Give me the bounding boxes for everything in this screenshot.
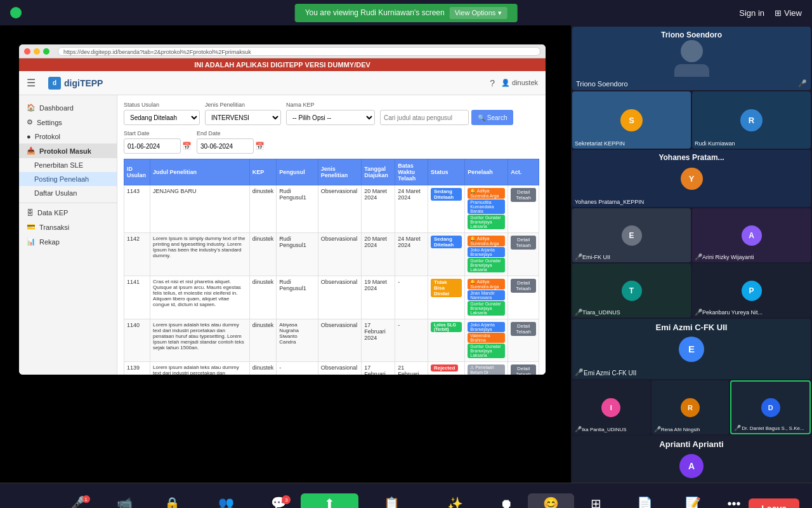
- rekap-icon: 📊: [27, 237, 36, 246]
- sidebar-item-penerbitan[interactable]: Penerbitan SLE: [19, 158, 117, 172]
- window-titlebar: https://dev.digitepp.id/beranda?tab=2&pr…: [19, 44, 546, 58]
- emi-azmi-name-top: Emi Azmi C-FK UII: [572, 323, 811, 332]
- table-row: 1141 Cras et nisi et nisl pharetra aliqu…: [124, 276, 539, 319]
- more-button[interactable]: ••• More: [715, 493, 753, 509]
- dev-banner: INI ADALAH APLIKASI DIGITEPP VERSI DUMMY…: [19, 58, 546, 71]
- viewing-text: You are viewing Rudi Kurniawan's screen: [305, 8, 445, 17]
- jenis-select[interactable]: INTERVENSI: [205, 110, 281, 125]
- triono-mic-icon: 🎤: [798, 79, 807, 88]
- dashboard-icon: 🏠: [27, 104, 36, 112]
- end-date-input[interactable]: [197, 138, 254, 154]
- detail-btn-1143[interactable]: Detail Telaah: [511, 188, 536, 202]
- arini-name: Arini Rizky Wijayanti: [702, 254, 754, 260]
- app-navbar: ☰ d digiTEPP ? 👤 dinustek: [19, 71, 546, 95]
- sidebar-item-posting[interactable]: Posting Penelaah: [19, 172, 117, 186]
- top-bar: You are viewing Rudi Kurniawan's screen …: [0, 0, 812, 25]
- user-menu[interactable]: 👤 dinustek: [501, 79, 538, 87]
- view-options-button[interactable]: View Options ▾: [450, 7, 508, 19]
- triono-name-top: Triono Soendoro: [572, 30, 811, 39]
- reactions-button[interactable]: 😊 Reactions: [528, 493, 574, 509]
- summary-icon: 📋: [384, 497, 400, 509]
- help-icon[interactable]: ?: [490, 78, 495, 88]
- video-card-rudi: R Rudi Kurniawan: [692, 91, 811, 149]
- rena-name: Rena Afri Ningsih: [661, 427, 700, 432]
- apps-button[interactable]: ⊞ Apps: [577, 493, 615, 509]
- zoom-logo: [10, 7, 22, 18]
- chat-button[interactable]: 💬 3 Chat: [260, 493, 298, 508]
- notes-button[interactable]: 📝 Notes: [674, 493, 712, 509]
- leave-button[interactable]: Leave: [749, 498, 799, 509]
- table-row: 1142 Lorem Ipsum is simply dummy text of…: [124, 233, 539, 276]
- video-card-daniel: D 🎤 Dr. Daniel Bagus S., S.Ke...: [730, 380, 811, 434]
- app-body: 🏠 Dashboard ⚙ Settings ● Protokol 📥 Prot…: [19, 95, 546, 375]
- top-bar-right: Sign in ⊞ View: [739, 8, 802, 18]
- participants-button[interactable]: 👥 Participants 14: [195, 493, 258, 508]
- yohanes-name-top: Yohanes Pratam...: [572, 153, 811, 162]
- logo-icon: d: [48, 77, 61, 90]
- ai-companion-button[interactable]: ✨ AI Companion: [426, 493, 485, 509]
- close-dot[interactable]: [24, 48, 30, 55]
- maximize-dot[interactable]: [43, 48, 49, 55]
- col-status: Status: [428, 159, 465, 185]
- search-input[interactable]: [380, 110, 469, 125]
- sidebar-item-data-kep[interactable]: 🗄 Data KEP: [19, 206, 117, 220]
- minimize-dot[interactable]: [34, 48, 40, 55]
- end-date-calendar-icon[interactable]: 📅: [255, 142, 265, 150]
- sidebar-item-rekap[interactable]: 📊 Rekap: [19, 234, 117, 249]
- share-screen-button[interactable]: ⬆ Share Screen: [301, 493, 358, 509]
- url-bar[interactable]: https://dev.digitepp.id/beranda?tab=2&pr…: [58, 47, 540, 56]
- col-jenis: Jenis Penelitian: [318, 159, 361, 185]
- sign-in-link[interactable]: Sign in: [739, 8, 764, 18]
- video-card-ika: I 🎤 Ika Pantia_UDINUS: [572, 380, 650, 434]
- view-button[interactable]: ⊞ View: [775, 8, 802, 18]
- sidebar-item-daftar[interactable]: Daftar Usulan: [19, 186, 117, 200]
- app-logo: d digiTEPP: [48, 77, 103, 90]
- date-filter-row: Start Date 📅 End Date 📅: [124, 130, 539, 154]
- start-date-input[interactable]: [124, 138, 181, 154]
- sekretariat-name: Sekretariat KEPPIN: [575, 140, 625, 147]
- start-date-calendar-icon[interactable]: 📅: [182, 142, 192, 150]
- filter-end-date: End Date 📅: [197, 130, 265, 154]
- video-row-3: T 🎤 Tiara_UDINUS P 🎤 Pekanbaru Yureya Ni…: [572, 264, 811, 318]
- sidebar-item-protokol[interactable]: ● Protokol: [19, 130, 117, 144]
- record-icon: ⏺: [500, 497, 513, 509]
- video-card-triono: Triono Soendoro Triono Soendoro 🎤: [572, 27, 811, 90]
- share-screen-icon: ⬆: [324, 497, 335, 509]
- audio-button[interactable]: 🎤 1 Audio: [59, 493, 97, 508]
- chat-badge: 3: [282, 495, 291, 504]
- start-video-button[interactable]: 📹 Start Video: [100, 493, 149, 509]
- transaksi-icon: 💳: [27, 223, 36, 231]
- record-button[interactable]: ⏺ Record: [487, 493, 525, 509]
- daniel-name: Dr. Daniel Bagus S., S.Ke...: [742, 425, 804, 431]
- security-button[interactable]: 🔒 Security: [152, 493, 192, 509]
- data-table: ID Usulan Judul Penelitian KEP Pengusul …: [124, 159, 539, 375]
- search-button[interactable]: 🔍 Search: [471, 110, 513, 125]
- filter-jenis: Jenis Penelitian INTERVENSI: [205, 102, 281, 125]
- sidebar-item-settings[interactable]: ⚙ Settings: [19, 115, 117, 130]
- top-bar-left: [10, 7, 22, 18]
- detail-btn-1140[interactable]: Detail Telaah: [511, 322, 536, 336]
- detail-btn-1139[interactable]: Detail Telaah: [511, 364, 536, 375]
- sidebar-item-transaksi[interactable]: 💳 Transaksi: [19, 220, 117, 234]
- audio-icon-container: 🎤 1: [70, 497, 86, 508]
- digitepp-window: https://dev.digitepp.id/beranda?tab=2&pr…: [19, 44, 546, 375]
- video-row-1: S Sekretariat KEPPIN R Rudi Kurniawan: [572, 91, 811, 149]
- video-card-emi-fk: E 🎤 Emi-FK UII: [572, 208, 691, 262]
- detail-btn-1142[interactable]: Detail Telaah: [511, 236, 536, 250]
- sidebar: 🏠 Dashboard ⚙ Settings ● Protokol 📥 Prot…: [19, 95, 117, 375]
- start-summary-button[interactable]: 📋 Start Summary: [361, 493, 422, 509]
- whiteboards-button[interactable]: 📄 Whiteboards: [617, 493, 672, 509]
- col-act: Act.: [508, 159, 539, 185]
- tiara-name: Tiara_UDINUS: [582, 309, 620, 316]
- video-card-tiara: T 🎤 Tiara_UDINUS: [572, 264, 691, 318]
- detail-btn-1141[interactable]: Detail Telaah: [511, 279, 536, 293]
- participants-icon: 👥: [218, 496, 234, 508]
- filter-row: Status Usulan Sedang Ditelaah Jenis Pene…: [124, 102, 539, 125]
- sidebar-item-dashboard[interactable]: 🏠 Dashboard: [19, 100, 117, 115]
- status-select[interactable]: Sedang Ditelaah: [124, 110, 200, 125]
- kep-select[interactable]: -- Pilih Opsi --: [286, 110, 375, 125]
- sidebar-item-protokol-masuk[interactable]: 📥 Protokol Masuk: [19, 144, 117, 158]
- col-penelaah: Penelaah: [465, 159, 508, 185]
- table-row: 1140 Lorem ipsum adalah teks atau dummy …: [124, 319, 539, 362]
- hamburger-icon[interactable]: ☰: [27, 77, 36, 89]
